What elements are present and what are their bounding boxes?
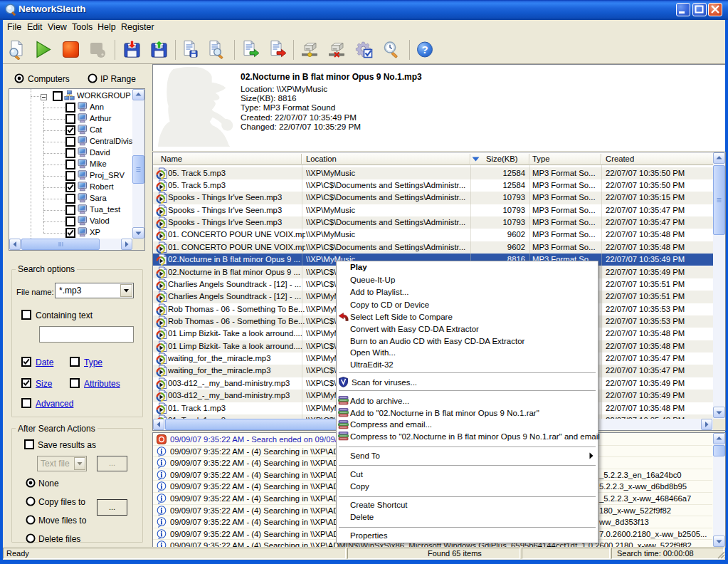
svg-text:?: ? [421, 43, 428, 56]
